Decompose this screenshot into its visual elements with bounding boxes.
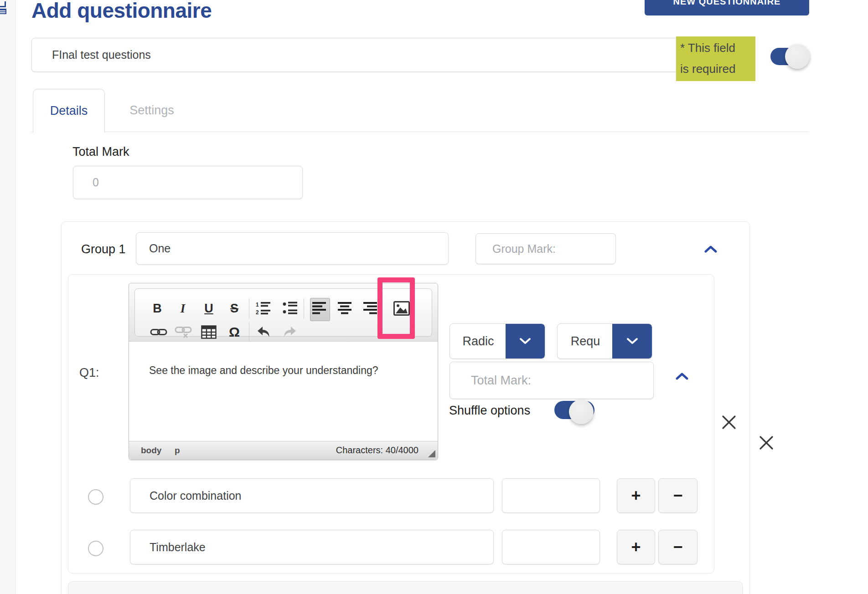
undo-icon: [257, 326, 271, 338]
group-card: Group 1 One Group Mark: Q1: B I U S: [61, 221, 750, 594]
total-mark-input[interactable]: 0: [73, 166, 303, 199]
italic-icon: I: [181, 302, 186, 315]
bold-button[interactable]: B: [147, 299, 167, 317]
group-label: Group 1: [81, 242, 126, 256]
option-mark-input[interactable]: [502, 530, 600, 564]
question-panel: Q1: B I U S 1 2: [68, 274, 714, 574]
editor-path-body[interactable]: body: [141, 446, 161, 456]
svg-text:1: 1: [256, 302, 259, 308]
chevron-up-icon: [675, 372, 689, 380]
question-label: Q1:: [79, 366, 99, 380]
new-questionnaire-button[interactable]: NEW QUESTIONNAIRE: [645, 0, 809, 15]
option-remove-button[interactable]: −: [658, 530, 698, 564]
omega-icon: Ω: [229, 325, 240, 339]
questionnaire-name-input[interactable]: FInal test questions: [31, 38, 744, 72]
numbered-list-button[interactable]: 1 2: [253, 299, 274, 317]
option-text-input[interactable]: Timberlake: [130, 530, 494, 564]
group-name-input[interactable]: One: [136, 232, 449, 265]
option-add-button[interactable]: +: [617, 530, 655, 564]
close-icon: [758, 434, 775, 451]
page-title: Add questionnaire: [31, 0, 212, 23]
chevron-down-icon: [519, 338, 531, 345]
undo-button[interactable]: [254, 323, 274, 341]
link-icon: [150, 327, 167, 337]
unlink-button[interactable]: [173, 323, 193, 341]
redo-button[interactable]: [279, 323, 300, 341]
question-type-dropdown-button[interactable]: [506, 324, 545, 358]
redo-icon: [282, 326, 297, 338]
align-center-icon: [338, 302, 352, 315]
svg-text:2: 2: [256, 309, 259, 316]
bulleted-list-icon: [283, 301, 298, 316]
option-add-button[interactable]: +: [617, 478, 655, 513]
question-required-value: Requ: [558, 324, 613, 358]
toolbar-separator: [249, 298, 249, 318]
required-field-note: * This field is required: [676, 36, 755, 81]
question-required-dropdown[interactable]: Requ: [557, 323, 652, 359]
align-right-icon: [363, 302, 378, 315]
toolbar-separator: [304, 298, 304, 318]
next-question-panel: [68, 581, 743, 594]
special-character-button[interactable]: Ω: [224, 323, 244, 341]
group-collapse-button[interactable]: [704, 245, 718, 255]
option-radio[interactable]: [88, 541, 103, 556]
tab-details[interactable]: Details: [33, 89, 105, 133]
editor-content-area[interactable]: See the image and describe your understa…: [129, 342, 438, 441]
character-counter: Characters: 40/4000: [336, 445, 418, 456]
question-text: See the image and describe your understa…: [149, 364, 378, 377]
left-sidebar-sliver: [0, 0, 16, 594]
question-type-dropdown[interactable]: Radic: [450, 323, 545, 359]
delete-group-button[interactable]: [758, 434, 775, 451]
option-radio[interactable]: [88, 489, 103, 505]
strikethrough-icon: S: [230, 302, 238, 315]
shuffle-options-toggle-knob[interactable]: [569, 399, 594, 424]
strikethrough-button[interactable]: S: [224, 299, 244, 317]
table-icon: [201, 325, 217, 339]
bold-icon: B: [153, 302, 162, 315]
chevron-up-icon: [704, 245, 718, 253]
option-mark-input[interactable]: [502, 478, 600, 513]
app-logo-icon: [0, 1, 6, 7]
required-toggle-knob[interactable]: [785, 44, 810, 69]
editor-resize-handle[interactable]: [428, 450, 435, 457]
total-mark-value: 0: [93, 176, 99, 189]
align-left-icon: [312, 302, 327, 315]
question-required-dropdown-button[interactable]: [612, 324, 652, 358]
numbered-list-icon: 1 2: [256, 301, 271, 316]
bulleted-list-button[interactable]: [280, 299, 300, 317]
questionnaire-name-value: FInal test questions: [52, 48, 151, 61]
link-button[interactable]: [149, 323, 169, 341]
underline-icon: U: [204, 302, 213, 315]
tab-settings[interactable]: Settings: [118, 89, 186, 132]
option-remove-button[interactable]: −: [658, 478, 698, 513]
close-icon: [720, 414, 738, 431]
underline-button[interactable]: U: [199, 299, 219, 317]
align-center-button[interactable]: [335, 299, 355, 317]
question-total-mark-input[interactable]: Total Mark:: [450, 362, 654, 399]
total-mark-label: Total Mark: [72, 145, 129, 159]
shuffle-options-label: Shuffle options: [449, 404, 530, 418]
app-logo-icon: [0, 9, 6, 14]
toolbar-separator: [249, 322, 249, 342]
italic-button[interactable]: I: [173, 299, 193, 317]
chevron-down-icon: [626, 338, 638, 345]
align-left-button[interactable]: [310, 299, 330, 317]
group-mark-input[interactable]: Group Mark:: [475, 233, 616, 264]
editor-path-p[interactable]: p: [175, 446, 180, 456]
unlink-icon: [175, 326, 192, 338]
annotation-highlight-rectangle: [377, 277, 415, 339]
question-collapse-button[interactable]: [675, 372, 689, 382]
insert-table-button[interactable]: [199, 323, 219, 341]
question-type-value: Radic: [450, 324, 506, 358]
option-text-input[interactable]: Color combination: [130, 478, 494, 513]
tabbar-divider: [31, 132, 809, 132]
delete-question-button[interactable]: [720, 414, 738, 431]
editor-footer: body p Characters: 40/4000: [129, 441, 438, 460]
